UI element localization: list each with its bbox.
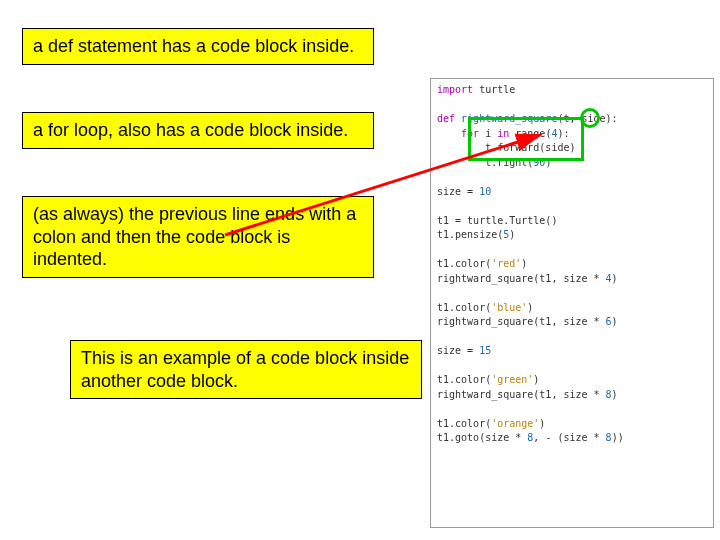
code-lit: 90 bbox=[533, 157, 545, 168]
code-txt: )) bbox=[612, 432, 624, 443]
annotation-for: a for loop, also has a code block inside… bbox=[22, 112, 374, 149]
code-str: 'green' bbox=[491, 374, 533, 385]
code-txt: rightward_square(t1, size * bbox=[437, 389, 606, 400]
code-kw: import bbox=[437, 84, 473, 95]
annotation-text: (as always) the previous line ends with … bbox=[33, 204, 356, 269]
code-txt: t1.color( bbox=[437, 302, 491, 313]
code-txt: ) bbox=[527, 302, 533, 313]
code-kw: in bbox=[497, 128, 509, 139]
code-txt: t.forward(side) bbox=[437, 142, 575, 153]
code-txt: t1.pensize( bbox=[437, 229, 503, 240]
code-listing: import turtle def rightward_square(t, si… bbox=[430, 78, 714, 528]
code-txt: ) bbox=[533, 374, 539, 385]
code-txt: t1 = turtle.Turtle() bbox=[437, 215, 557, 226]
code-str: 'blue' bbox=[491, 302, 527, 313]
code-txt: t1.color( bbox=[437, 258, 491, 269]
code-txt: rightward_square(t1, size * bbox=[437, 316, 606, 327]
code-txt: i bbox=[479, 128, 497, 139]
code-txt: t1.color( bbox=[437, 418, 491, 429]
code-txt: ) bbox=[545, 157, 551, 168]
code-txt: size = bbox=[437, 186, 479, 197]
code-txt: t1.color( bbox=[437, 374, 491, 385]
code-kw: for bbox=[437, 128, 479, 139]
annotation-text: This is an example of a code block insid… bbox=[81, 348, 409, 391]
code-txt: , - (size * bbox=[533, 432, 605, 443]
code-txt: ) bbox=[612, 389, 618, 400]
code-txt: turtle bbox=[473, 84, 515, 95]
code-txt: ) bbox=[539, 418, 545, 429]
annotation-colon: (as always) the previous line ends with … bbox=[22, 196, 374, 278]
code-txt: range( bbox=[509, 128, 551, 139]
code-txt: ) bbox=[612, 316, 618, 327]
code-str: 'orange' bbox=[491, 418, 539, 429]
code-txt: t.right( bbox=[437, 157, 533, 168]
code-kw: def bbox=[437, 113, 455, 124]
code-txt: ) bbox=[612, 273, 618, 284]
code-lit: 10 bbox=[479, 186, 491, 197]
annotation-text: a def statement has a code block inside. bbox=[33, 36, 354, 56]
highlight-circle-colon bbox=[580, 108, 600, 128]
code-txt: ) bbox=[521, 258, 527, 269]
code-str: 'red' bbox=[491, 258, 521, 269]
code-txt: rightward_square(t1, size * bbox=[437, 273, 606, 284]
annotation-def: a def statement has a code block inside. bbox=[22, 28, 374, 65]
code-txt: size = bbox=[437, 345, 479, 356]
annotation-nested: This is an example of a code block insid… bbox=[70, 340, 422, 399]
code-txt: ) bbox=[509, 229, 515, 240]
code-lit: 15 bbox=[479, 345, 491, 356]
code-fn: rightward_square bbox=[455, 113, 557, 124]
code-txt: ): bbox=[557, 128, 569, 139]
annotation-text: a for loop, also has a code block inside… bbox=[33, 120, 348, 140]
code-txt: t1.goto(size * bbox=[437, 432, 527, 443]
